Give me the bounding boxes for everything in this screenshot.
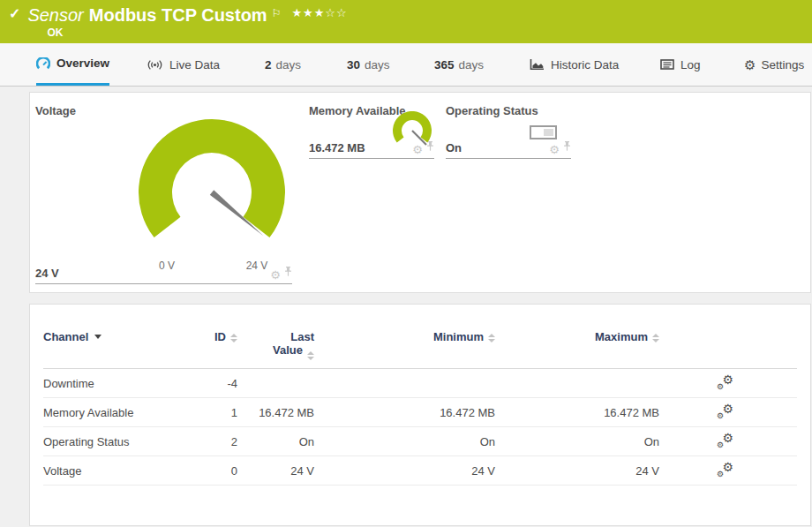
column-header-minimum[interactable]: Minimum	[314, 330, 495, 343]
tab-overview[interactable]: Overview	[36, 43, 109, 86]
tab-log[interactable]: Log	[660, 43, 701, 86]
table-row: Downtime -4 ⚙⚙	[43, 369, 797, 398]
channel-id: 1	[189, 406, 237, 419]
column-header-id-label: ID	[214, 330, 226, 343]
column-header-id[interactable]: ID	[189, 330, 237, 343]
channel-name[interactable]: Voltage	[43, 464, 189, 478]
tab-30-days-unit: days	[365, 58, 390, 72]
tab-2-days-number: 2	[265, 58, 272, 72]
channel-id: -4	[189, 377, 237, 390]
column-header-channel-label: Channel	[43, 330, 88, 343]
operating-status-value: On	[446, 141, 462, 154]
channel-name[interactable]: Downtime	[43, 377, 189, 390]
tab-overview-label: Overview	[56, 56, 109, 70]
tab-live-data-label: Live Data	[169, 58, 220, 72]
channel-last-value: 16.472 MB	[237, 406, 314, 419]
sort-toggle-icon	[488, 334, 495, 343]
pin-icon[interactable]	[284, 264, 292, 280]
channel-last-value: On	[237, 435, 314, 448]
tab-settings-label: Settings	[761, 58, 804, 72]
channel-maximum: On	[495, 435, 659, 448]
tab-2-days[interactable]: 2 days	[265, 43, 301, 86]
memory-gauge-cell: Memory Available 16.472 MB ⚙	[309, 104, 434, 159]
sort-toggle-icon	[652, 334, 659, 343]
gear-icon[interactable]: ⚙	[270, 270, 281, 280]
channel-table-panel: Channel ID Last Value Minimum Maximum Do…	[29, 304, 811, 526]
voltage-gauge-cell: Voltage 0 V 24 V 24 V ⚙	[35, 104, 292, 284]
channel-minimum: On	[314, 435, 495, 448]
priority-stars[interactable]: ★★★☆☆	[291, 6, 347, 19]
channel-name[interactable]: Memory Available	[43, 406, 189, 419]
sort-toggle-icon	[230, 334, 237, 343]
pin-icon[interactable]	[563, 139, 571, 154]
tab-historic-data[interactable]: Historic Data	[530, 43, 619, 86]
channel-name[interactable]: Operating Status	[43, 435, 189, 448]
tab-365-days[interactable]: 365 days	[434, 43, 484, 86]
live-broadcast-icon	[147, 59, 163, 71]
toggle-switch-icon	[530, 125, 557, 139]
operating-status-title: Operating Status	[446, 104, 571, 117]
channel-minimum: 16.472 MB	[314, 406, 495, 419]
sensor-status-badge: OK	[47, 26, 347, 39]
tab-settings[interactable]: ⚙ Settings	[744, 43, 804, 86]
gear-icon[interactable]: ⚙	[412, 145, 423, 154]
sensor-name: Modbus TCP Custom	[89, 5, 267, 25]
voltage-current-value: 24 V	[35, 267, 59, 280]
object-kind-label: Sensor	[27, 5, 83, 25]
tab-365-days-unit: days	[459, 58, 485, 72]
flag-icon[interactable]: ⚐	[272, 7, 282, 19]
gauges-panel: Voltage 0 V 24 V 24 V ⚙ Memory Available	[29, 92, 811, 293]
tab-30-days[interactable]: 30 days	[347, 43, 390, 86]
gauge-icon	[36, 57, 50, 70]
log-list-icon	[660, 59, 674, 70]
memory-current-value: 16.472 MB	[309, 141, 365, 154]
sensor-header: ✓ SensorModbus TCP Custom⚐★★★☆☆ OK	[0, 0, 812, 43]
channel-maximum: 16.472 MB	[495, 406, 659, 419]
channel-settings-icon[interactable]: ⚙⚙	[718, 433, 733, 448]
column-header-maximum[interactable]: Maximum	[495, 330, 659, 343]
channel-settings-icon[interactable]: ⚙⚙	[718, 404, 733, 418]
channel-minimum: 24 V	[314, 464, 495, 478]
table-row: Memory Available 1 16.472 MB 16.472 MB 1…	[43, 398, 797, 427]
operating-status-cell: Operating Status On ⚙	[446, 104, 571, 159]
table-row: Voltage 0 24 V 24 V 24 V ⚙⚙	[43, 456, 797, 486]
tab-2-days-unit: days	[276, 58, 302, 72]
sort-descending-icon	[94, 335, 102, 339]
channel-maximum: 24 V	[495, 464, 659, 478]
column-header-maximum-label: Maximum	[595, 330, 648, 343]
tab-log-label: Log	[680, 58, 701, 72]
channel-settings-icon[interactable]: ⚙⚙	[718, 375, 733, 389]
voltage-gauge: 0 V 24 V	[115, 104, 309, 276]
tab-30-days-number: 30	[347, 58, 360, 72]
status-ok-check-icon: ✓	[9, 4, 20, 43]
channel-table-header: Channel ID Last Value Minimum Maximum	[43, 305, 797, 369]
column-header-last-value[interactable]: Last Value	[237, 330, 314, 359]
channel-id: 0	[189, 464, 237, 478]
tab-live-data[interactable]: Live Data	[147, 43, 220, 86]
channel-settings-icon[interactable]: ⚙⚙	[718, 463, 733, 477]
gear-icon[interactable]: ⚙	[549, 145, 560, 154]
channel-last-value: 24 V	[237, 464, 314, 478]
pin-icon[interactable]	[426, 139, 434, 154]
channel-id: 2	[189, 435, 237, 448]
sort-toggle-icon	[307, 351, 314, 360]
tab-bar: Overview Live Data 2 days 30 days 365	[0, 43, 812, 87]
tab-historic-data-label: Historic Data	[551, 58, 619, 72]
gear-icon: ⚙	[744, 58, 756, 72]
sensor-titles: SensorModbus TCP Custom⚐★★★☆☆ OK	[27, 4, 347, 43]
historic-chart-icon	[530, 59, 545, 71]
column-header-minimum-label: Minimum	[433, 330, 484, 343]
table-row: Operating Status 2 On On On ⚙⚙	[43, 427, 797, 456]
sensor-page: ✓ SensorModbus TCP Custom⚐★★★☆☆ OK Overv…	[0, 0, 812, 527]
column-header-channel[interactable]: Channel	[43, 330, 189, 343]
tab-365-days-number: 365	[434, 58, 455, 72]
